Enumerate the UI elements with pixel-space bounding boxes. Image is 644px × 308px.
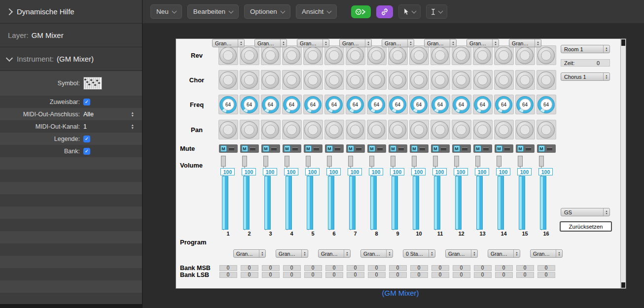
volume-value[interactable]: 100 <box>348 168 362 175</box>
bank-lsb-value[interactable]: 0 <box>283 272 301 278</box>
chor-knob[interactable] <box>241 71 258 89</box>
rev-knob[interactable] <box>262 47 279 64</box>
zuweisbar-checkbox[interactable]: ✓ <box>83 99 90 105</box>
freq-knob[interactable]: 64 <box>304 96 322 113</box>
link-button[interactable] <box>376 5 393 18</box>
freq-knob[interactable]: 64 <box>241 96 258 113</box>
program-select-ch3[interactable]: Gran…▲▼ <box>254 39 287 47</box>
pan-knob[interactable] <box>241 121 258 138</box>
freq-knob[interactable]: 64 <box>431 96 449 113</box>
rev-knob[interactable] <box>347 47 364 64</box>
bank-msb-value[interactable]: 0 <box>453 265 470 271</box>
bank-msb-value[interactable]: 0 <box>347 265 364 271</box>
program-select-ch10[interactable]: 0 Sta…▲▼ <box>403 249 435 258</box>
program-select-ch8[interactable]: Gran…▲▼ <box>360 249 393 258</box>
rev-knob[interactable] <box>219 47 237 64</box>
fader-handle[interactable] <box>497 156 501 167</box>
mute-button[interactable]: M <box>348 145 354 152</box>
bank-msb-value[interactable]: 0 <box>474 265 492 271</box>
volume-value[interactable]: 100 <box>326 168 341 175</box>
fader-handle[interactable] <box>242 156 247 167</box>
volume-value[interactable]: 100 <box>305 168 320 175</box>
fader-handle[interactable] <box>412 156 417 167</box>
volume-value[interactable]: 100 <box>517 168 532 175</box>
volume-fader[interactable] <box>498 176 504 230</box>
text-tool-button[interactable] <box>426 4 447 19</box>
scrollbar-thumb[interactable] <box>621 39 625 46</box>
freq-knob[interactable]: 64 <box>389 96 406 113</box>
program-select-ch11[interactable]: Gran…▲▼ <box>424 39 457 47</box>
rev-knob[interactable] <box>241 47 258 64</box>
volume-value[interactable]: 100 <box>284 168 298 175</box>
mute-button[interactable]: M <box>284 145 290 152</box>
volume-fader[interactable] <box>243 176 250 230</box>
freq-knob[interactable]: 64 <box>325 96 343 113</box>
fader-handle[interactable] <box>348 156 353 167</box>
vertical-scrollbar[interactable] <box>620 39 626 288</box>
mute-button[interactable]: M <box>517 145 524 152</box>
bank-msb-value[interactable]: 0 <box>219 265 237 271</box>
midi-out-anschluss-value[interactable]: Alle <box>83 111 94 118</box>
rev-knob[interactable] <box>283 47 300 64</box>
mute-button[interactable]: M <box>454 145 460 152</box>
bank-lsb-value[interactable]: 0 <box>304 272 322 278</box>
reverb-type-select[interactable]: Room 1 ▲▼ <box>561 45 610 53</box>
legende-checkbox[interactable]: ✓ <box>83 136 90 142</box>
volume-value[interactable]: 100 <box>432 168 447 175</box>
fader-handle[interactable] <box>539 156 544 167</box>
chor-knob[interactable] <box>516 71 534 89</box>
chor-knob[interactable] <box>304 71 322 89</box>
pan-knob[interactable] <box>262 121 279 138</box>
program-select-ch16[interactable]: Gran…▲▼ <box>530 249 563 258</box>
freq-knob[interactable]: 64 <box>368 96 385 113</box>
program-select-ch15[interactable]: Gran…▲▼ <box>509 39 541 47</box>
program-select-ch2[interactable]: Gran…▲▼ <box>233 249 266 258</box>
bank-msb-value[interactable]: 0 <box>516 265 534 271</box>
chor-knob[interactable] <box>219 71 237 89</box>
volume-value[interactable]: 100 <box>242 168 256 175</box>
program-select-ch12[interactable]: Gran…▲▼ <box>445 249 478 258</box>
program-select-ch9[interactable]: Gran…▲▼ <box>382 39 414 47</box>
rev-knob[interactable] <box>516 47 534 64</box>
pan-knob[interactable] <box>474 121 491 138</box>
rev-knob[interactable] <box>431 47 449 64</box>
rev-knob[interactable] <box>537 47 555 64</box>
program-select-ch14[interactable]: Gran…▲▼ <box>488 249 520 258</box>
pan-knob[interactable] <box>453 121 470 138</box>
bank-lsb-value[interactable]: 0 <box>325 272 343 278</box>
mute-button[interactable]: M <box>326 145 333 152</box>
mute-button[interactable]: M <box>475 145 481 152</box>
bank-lsb-value[interactable]: 0 <box>537 272 555 278</box>
chor-knob[interactable] <box>283 71 300 89</box>
fader-handle[interactable] <box>263 156 268 167</box>
volume-value[interactable]: 100 <box>496 168 510 175</box>
bank-lsb-value[interactable]: 0 <box>516 272 534 278</box>
midi-out-button[interactable] <box>351 5 371 18</box>
bank-lsb-value[interactable]: 0 <box>262 272 280 278</box>
volume-value[interactable]: 100 <box>220 168 235 175</box>
rev-knob[interactable] <box>410 47 428 64</box>
midi-out-kanal-value[interactable]: 1 <box>83 123 87 130</box>
bank-msb-value[interactable]: 0 <box>495 265 513 271</box>
mute-button[interactable]: M <box>411 145 418 152</box>
volume-fader[interactable] <box>519 176 525 230</box>
freq-knob[interactable]: 64 <box>219 96 237 113</box>
fader-handle[interactable] <box>306 156 311 167</box>
pan-knob[interactable] <box>389 121 406 138</box>
fader-handle[interactable] <box>454 156 459 167</box>
volume-fader[interactable] <box>222 176 228 230</box>
bank-lsb-value[interactable]: 0 <box>347 272 364 278</box>
volume-fader[interactable] <box>286 176 292 230</box>
program-select-ch1[interactable]: Gran…▲▼ <box>212 39 245 47</box>
bank-msb-value[interactable]: 0 <box>283 265 301 271</box>
chor-knob[interactable] <box>495 71 512 89</box>
volume-fader[interactable] <box>455 176 462 230</box>
bank-lsb-value[interactable]: 0 <box>241 272 258 278</box>
mixer-symbol-icon[interactable] <box>83 77 102 90</box>
mute-button[interactable]: M <box>305 145 312 152</box>
pan-knob[interactable] <box>431 121 449 138</box>
freq-knob[interactable]: 64 <box>474 96 491 113</box>
mute-button[interactable]: M <box>496 145 502 152</box>
bank-msb-value[interactable]: 0 <box>325 265 343 271</box>
chor-knob[interactable] <box>537 71 555 89</box>
